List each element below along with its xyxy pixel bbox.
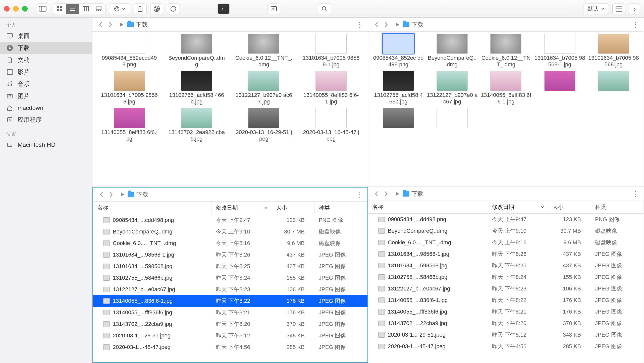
- sidebar-item-photo[interactable]: 图片: [0, 90, 92, 102]
- file-item[interactable]: [587, 69, 640, 106]
- table-row[interactable]: 13140055_...836f6-1.jpg 昨天 下午8:22 176 KB…: [93, 295, 367, 307]
- sidebar-item-download[interactable]: 下载: [0, 42, 92, 54]
- sidebar-toggle-button[interactable]: [36, 4, 49, 14]
- col-name[interactable]: 名称: [368, 201, 488, 213]
- forward-button[interactable]: [382, 190, 390, 198]
- table-row[interactable]: 13102755_...58466b.jpg 昨天 下午8:24 155 KB …: [93, 272, 367, 284]
- sidebar-item-app[interactable]: A应用程序: [0, 114, 92, 126]
- share-button[interactable]: [134, 4, 147, 14]
- col-name[interactable]: 名称: [93, 202, 212, 214]
- back-button[interactable]: [372, 20, 381, 29]
- breadcrumb[interactable]: 下载: [127, 21, 148, 29]
- table-row[interactable]: 13140055_...fff836f6.jpg 昨天 下午8:21 176 K…: [93, 307, 367, 318]
- table-row[interactable]: BeyondCompareQ..dmg 今天 上午9:10 30.7 MB 磁盘…: [93, 226, 367, 237]
- minimize-icon[interactable]: [13, 6, 19, 12]
- table-row[interactable]: 13143702_...22cba9.jpg 昨天 下午8:20 370 KB …: [368, 318, 644, 329]
- back-button[interactable]: [372, 190, 381, 198]
- sidebar-item-home[interactable]: macdown: [0, 102, 92, 114]
- view-column-icon[interactable]: [79, 4, 92, 14]
- back-button[interactable]: [96, 20, 105, 29]
- back-button[interactable]: [97, 190, 106, 199]
- sidebar-item-music[interactable]: 音乐: [0, 78, 92, 90]
- table-row[interactable]: 13101634_...98568-1.jpg 昨天 下午8:26 437 KB…: [368, 248, 644, 260]
- table-row[interactable]: 09085434_...dd498.png 今天 上午9:47 123 KB P…: [368, 214, 644, 225]
- arrangement-dropdown[interactable]: 默认: [583, 4, 609, 14]
- tag-button[interactable]: [167, 4, 180, 14]
- sidebar-item-doc[interactable]: 文稿: [0, 54, 92, 66]
- file-item[interactable]: 13143702_2ea922 cba9.jpg: [163, 106, 230, 143]
- table-row[interactable]: 13140055_...836f6-1.jpg 昨天 下午8:22 176 KB…: [368, 294, 644, 306]
- file-item[interactable]: BeyondCompareQ..dmg: [163, 32, 230, 69]
- forward-button[interactable]: [382, 20, 390, 29]
- terminal-button[interactable]: [218, 4, 230, 14]
- col-kind[interactable]: 种类: [591, 201, 644, 213]
- path-more-icon[interactable]: ⋮: [632, 20, 640, 29]
- view-gallery-icon[interactable]: [92, 4, 105, 14]
- file-item[interactable]: 13101634_b7005 98568-1.jpg: [533, 32, 586, 69]
- breadcrumb[interactable]: 下载: [403, 21, 423, 29]
- search-button[interactable]: [318, 4, 331, 14]
- table-row[interactable]: 13122127_b...e0ac67.jpg 昨天 下午8:23 106 KB…: [368, 283, 644, 294]
- table-row[interactable]: Cookie_6.0...._TNT_.dmg 今天 上午8:16 9.6 MB…: [93, 237, 367, 249]
- table-row[interactable]: 13122127_b...e0ac67.jpg 昨天 下午8:23 106 KB…: [93, 284, 367, 295]
- table-row[interactable]: BeyondCompareQ..dmg 今天 上午9:10 30.7 MB 磁盘…: [368, 225, 644, 237]
- view-mode-segment[interactable]: [53, 4, 105, 14]
- file-item[interactable]: Cookie_6.0.12__TNT_.dmg: [231, 32, 297, 69]
- icon-view[interactable]: 09085434_852ecdd498.png BeyondCompareQ..…: [92, 32, 368, 187]
- path-more-icon[interactable]: ⋮: [356, 20, 364, 29]
- file-item[interactable]: 13102755_acfd58 466b.jpg: [372, 69, 425, 106]
- table-row[interactable]: 2020-03-1...-45-47.jpeg 昨天 下午4:56 285 KB…: [368, 341, 644, 352]
- list-body[interactable]: 09085434_...dd498.png 今天 上午9:47 123 KB P…: [368, 214, 644, 363]
- file-item[interactable]: 2020-03-13_16-29-51.jpeg: [231, 106, 297, 143]
- file-item[interactable]: 13140055_8efff83 6f6-1.jpg: [479, 69, 532, 106]
- file-item[interactable]: 13122127_b907e0 ac67.jpg: [425, 69, 479, 106]
- file-item[interactable]: 13102755_acfd58 466b.jpg: [163, 69, 230, 106]
- file-item[interactable]: [425, 106, 479, 130]
- file-item[interactable]: [372, 106, 425, 130]
- forward-button[interactable]: [106, 20, 115, 29]
- breadcrumb[interactable]: 下载: [128, 191, 148, 199]
- view-list-icon[interactable]: [66, 4, 79, 14]
- table-row[interactable]: Cookie_6.0...._TNT_.dmg 今天 上午8:16 9.6 MB…: [368, 237, 644, 248]
- col-size[interactable]: 大小: [548, 201, 591, 213]
- action-menu-button[interactable]: [109, 4, 130, 14]
- table-row[interactable]: 13101634_...598568.jpg 昨天 下午8:25 437 KB …: [93, 261, 367, 272]
- play-icon[interactable]: [395, 22, 399, 27]
- table-row[interactable]: 13140055_...fff836f6.jpg 昨天 下午8:21 176 K…: [368, 306, 644, 318]
- table-row[interactable]: 13101634_...598568.jpg 昨天 下午8:25 437 KB …: [368, 260, 644, 271]
- table-row[interactable]: 09085434_...cdd498.png 今天 上午9:47 123 KB …: [93, 214, 367, 226]
- file-item[interactable]: 09085434_852ecdd498.png: [96, 32, 163, 69]
- play-icon[interactable]: [120, 22, 124, 27]
- table-row[interactable]: 2020-03-1...-45-47.jpeg 昨天 下午4:56 285 KB…: [93, 341, 367, 353]
- sidebar-item-desktop[interactable]: 桌面: [0, 30, 92, 42]
- zoom-icon[interactable]: [22, 6, 28, 12]
- play-icon[interactable]: [395, 192, 399, 196]
- path-more-icon[interactable]: ⋮: [632, 189, 640, 198]
- col-kind[interactable]: 种类: [315, 202, 367, 214]
- path-more-icon[interactable]: ⋮: [355, 190, 363, 199]
- col-size[interactable]: 大小: [272, 202, 315, 214]
- breadcrumb[interactable]: 下载: [403, 190, 423, 198]
- sidebar-item-film[interactable]: 影片: [0, 66, 92, 78]
- table-row[interactable]: 13143702_...22cba9.jpg 昨天 下午8:20 370 KB …: [93, 318, 367, 330]
- forward-button[interactable]: [107, 190, 115, 199]
- sidebar-item-hd[interactable]: Macintosh HD: [0, 139, 92, 151]
- open-button[interactable]: [267, 4, 280, 14]
- panes-layout-button[interactable]: [612, 4, 625, 14]
- file-item[interactable]: BeyondCompareQ..dmg: [425, 32, 479, 69]
- col-date[interactable]: 修改日期: [212, 202, 272, 214]
- file-item[interactable]: 13140055_8efff83 6f6.jpg: [96, 106, 163, 143]
- play-icon[interactable]: [120, 192, 124, 197]
- file-item[interactable]: 13101634_b7005 98568.jpg: [587, 32, 640, 69]
- file-item[interactable]: [533, 69, 586, 106]
- file-item[interactable]: 13101634_b7005 98568-1.jpg: [298, 32, 364, 69]
- file-item[interactable]: 09085434_852ec dd498.png: [372, 32, 425, 69]
- airdrop-button[interactable]: [150, 4, 163, 14]
- table-row[interactable]: 2020-03-1...-29-51.jpeg 昨天 下午5:12 348 KB…: [368, 329, 644, 341]
- view-icon-grid-icon[interactable]: [53, 4, 66, 14]
- table-row[interactable]: 13102755_...58466b.jpg 昨天 下午8:24 155 KB …: [368, 271, 644, 283]
- file-item[interactable]: Cookie_6.0.12__TNT_.dmg: [479, 32, 532, 69]
- icon-view[interactable]: 09085434_852ec dd498.png BeyondCompareQ.…: [368, 32, 644, 187]
- list-body[interactable]: 09085434_...cdd498.png 今天 上午9:47 123 KB …: [93, 214, 367, 362]
- close-icon[interactable]: [4, 6, 10, 12]
